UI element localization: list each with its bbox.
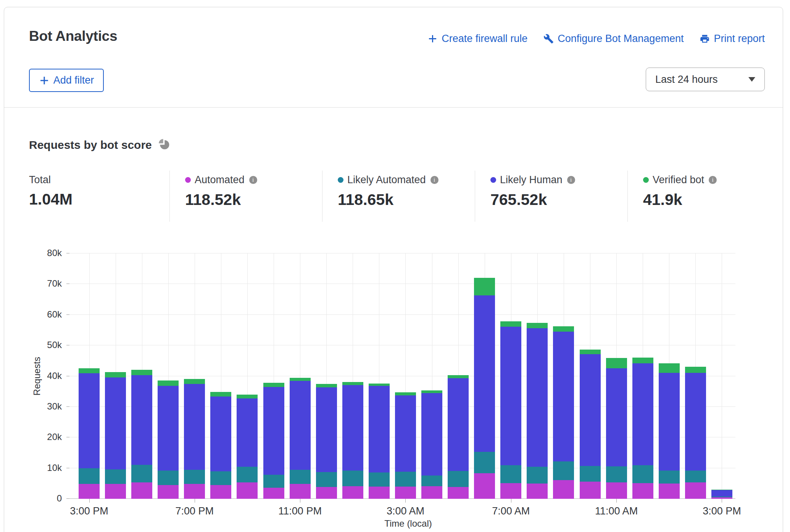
bar-segment-likely-automated [237, 467, 258, 482]
bar-segment-verified-bot [263, 383, 284, 387]
bar-segment-likely-automated [606, 466, 627, 483]
bar-segment-automated [580, 482, 601, 499]
bar-segment-automated [105, 484, 126, 499]
y-tick [66, 314, 69, 315]
add-filter-button[interactable]: Add filter [29, 69, 104, 92]
bar-segment-verified-bot [105, 372, 126, 377]
y-tick-label: 30k [24, 401, 62, 412]
stat-automated: Automatedi118.52k [185, 174, 257, 209]
y-tick-label: 10k [24, 463, 62, 473]
gridline-h [69, 284, 735, 284]
bar-segment-likely-automated [342, 471, 363, 486]
bar-segment-likely-automated [105, 469, 126, 484]
bar-segment-verified-bot [659, 363, 680, 373]
bar-segment-likely-human [210, 397, 231, 471]
info-icon[interactable]: i [567, 176, 575, 184]
time-range-select[interactable]: Last 24 hours [646, 68, 765, 91]
gridline-h [69, 345, 735, 345]
bar [105, 372, 126, 499]
bar-segment-automated [421, 486, 442, 499]
bar [580, 350, 601, 499]
bar-segment-verified-bot [474, 278, 495, 296]
y-tick-label: 60k [24, 309, 62, 320]
stat-label: Automated [195, 174, 245, 186]
wrench-icon [543, 34, 554, 44]
gridline-v [722, 253, 722, 499]
bar-segment-automated [448, 487, 469, 499]
stat-divider [322, 171, 322, 222]
print-report-link[interactable]: Print report [700, 33, 765, 45]
bar [711, 490, 732, 499]
bar-segment-automated [369, 487, 390, 499]
info-icon[interactable]: i [709, 176, 717, 184]
stat-value: 118.52k [185, 191, 257, 209]
bar [448, 375, 469, 499]
y-tick [66, 376, 69, 376]
x-tick-label: 3:00 AM [363, 505, 447, 517]
bar-segment-verified-bot [606, 358, 627, 368]
bar-segment-likely-automated [553, 461, 574, 480]
bar-segment-likely-automated [659, 471, 680, 484]
bar-segment-likely-human [290, 381, 311, 470]
bar-segment-automated [632, 483, 653, 499]
bar-segment-automated [685, 482, 706, 499]
action-label: Create firewall rule [442, 33, 527, 45]
create-firewall-rule-link[interactable]: Create firewall rule [427, 33, 527, 45]
bar [421, 390, 442, 499]
bar-segment-automated [527, 484, 548, 499]
legend-dot [338, 177, 343, 183]
bar-segment-likely-automated [474, 452, 495, 473]
bar-segment-likely-automated [131, 465, 152, 483]
x-tick [89, 499, 90, 503]
stat-value: 118.65k [338, 191, 439, 209]
bar-segment-automated [606, 482, 627, 499]
bar-segment-verified-bot [500, 321, 521, 327]
bar-segment-likely-automated [263, 475, 284, 488]
action-label: Configure Bot Management [558, 33, 684, 45]
x-tick-label: 3:00 PM [47, 505, 131, 517]
y-tick [66, 406, 69, 407]
bar [659, 363, 680, 499]
bar-segment-automated [659, 484, 680, 499]
x-tick-label: 7:00 AM [469, 505, 553, 517]
bar-segment-likely-human [553, 332, 574, 461]
bar-segment-automated [263, 488, 284, 499]
plus-icon [427, 34, 438, 44]
bar-segment-likely-human [237, 398, 258, 467]
bar [369, 384, 390, 499]
bar-segment-likely-human [685, 373, 706, 471]
bar [632, 358, 653, 499]
bar-segment-verified-bot [237, 395, 258, 398]
legend-dot [185, 177, 191, 183]
bar [342, 382, 363, 499]
stat-divider [475, 171, 475, 222]
y-tick-label: 40k [24, 371, 62, 381]
bar-segment-likely-automated [290, 470, 311, 484]
stat-label: Likely Automated [347, 174, 426, 186]
info-icon[interactable]: i [249, 176, 257, 184]
bar [500, 321, 521, 499]
bar-segment-verified-bot [342, 382, 363, 385]
section-title: Requests by bot score [29, 139, 152, 152]
x-tick-label: 7:00 PM [153, 505, 237, 517]
plus-icon [39, 75, 50, 86]
bar-segment-likely-human [448, 378, 469, 471]
stat-divider [627, 171, 628, 222]
x-tick [300, 499, 300, 503]
bar-segment-likely-automated [448, 471, 469, 487]
info-icon[interactable]: i [430, 176, 439, 184]
chevron-down-icon [748, 77, 755, 82]
bar-segment-likely-human [659, 373, 680, 471]
bar-segment-automated [553, 480, 574, 499]
bar [131, 370, 152, 499]
y-tick-label: 20k [24, 432, 62, 442]
bar-segment-verified-bot [448, 375, 469, 378]
y-tick [66, 437, 69, 437]
bar-segment-verified-bot [580, 350, 601, 354]
bar-segment-verified-bot [685, 367, 706, 373]
action-label: Print report [714, 33, 765, 45]
bar [685, 367, 706, 499]
bar-segment-likely-automated [632, 465, 653, 483]
bar-segment-verified-bot [158, 380, 179, 386]
configure-bot-management-link[interactable]: Configure Bot Management [543, 33, 684, 45]
